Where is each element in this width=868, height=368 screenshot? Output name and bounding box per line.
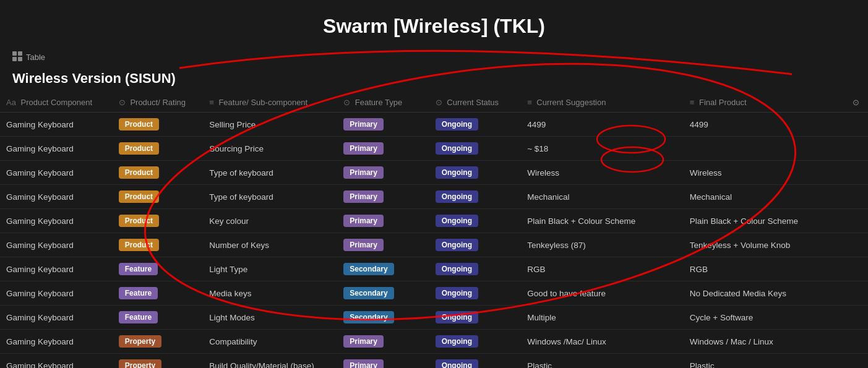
status-badge[interactable]: Ongoing — [436, 215, 478, 227]
cell-component: Gaming Keyboard — [0, 209, 113, 233]
cell-feature: Sourcing Price — [203, 137, 337, 161]
type-badge[interactable]: Primary — [343, 359, 384, 368]
table-row: Gaming Keyboard Feature Light Type Secon… — [0, 257, 868, 281]
cell-final: 4499 — [684, 113, 846, 137]
cell-type: Primary — [337, 113, 429, 137]
svg-rect-0 — [12, 51, 17, 56]
cell-suggestion: Mechanical — [521, 185, 684, 209]
cell-rating: Product — [113, 209, 203, 233]
col-header-extra: ⊙ — [846, 93, 868, 113]
cell-rating: Product — [113, 161, 203, 185]
cell-extra — [846, 233, 868, 257]
cell-final: Plain Black + Colour Scheme — [684, 209, 846, 233]
table-row: Gaming Keyboard Property Compatibility P… — [0, 330, 868, 354]
status-badge[interactable]: Ongoing — [436, 263, 478, 275]
cell-suggestion: Multiple — [521, 306, 684, 330]
cell-status: Ongoing — [429, 330, 521, 354]
cell-extra — [846, 257, 868, 281]
table-row: Gaming Keyboard Product Key colour Prima… — [0, 209, 868, 233]
aa-icon: Aa — [6, 98, 16, 107]
cell-final: Plastic — [684, 354, 846, 369]
cell-rating: Feature — [113, 306, 203, 330]
col-header-feature: ≡ Feature/ Sub-component — [203, 93, 337, 113]
cell-extra — [846, 281, 868, 306]
type-badge[interactable]: Primary — [343, 215, 384, 227]
cell-suggestion: RGB — [521, 257, 684, 281]
cell-component: Gaming Keyboard — [0, 161, 113, 185]
list-icon-3: ≡ — [690, 98, 695, 107]
table-row: Gaming Keyboard Property Build Quality/M… — [0, 354, 868, 369]
status-badge[interactable]: Ongoing — [436, 287, 478, 299]
status-badge[interactable]: Ongoing — [436, 142, 478, 155]
type-badge[interactable]: Primary — [343, 166, 384, 179]
cell-rating: Property — [113, 354, 203, 369]
cell-suggestion: Plain Black + Colour Scheme — [521, 209, 684, 233]
cell-component: Gaming Keyboard — [0, 330, 113, 354]
type-badge[interactable]: Primary — [343, 239, 384, 251]
rating-badge[interactable]: Feature — [119, 287, 158, 299]
status-badge[interactable]: Ongoing — [436, 190, 478, 203]
rating-badge[interactable]: Product — [119, 215, 159, 227]
cell-component: Gaming Keyboard — [0, 354, 113, 369]
list-icon-1: ≡ — [209, 98, 214, 107]
cell-rating: Feature — [113, 281, 203, 306]
table-row: Gaming Keyboard Product Type of keyboard… — [0, 161, 868, 185]
rating-badge[interactable]: Product — [119, 142, 159, 155]
col-header-component: Aa Product Component — [0, 93, 113, 113]
status-badge[interactable]: Ongoing — [436, 359, 478, 368]
rating-badge[interactable]: Property — [119, 359, 161, 368]
type-badge[interactable]: Primary — [343, 118, 384, 131]
cell-component: Gaming Keyboard — [0, 113, 113, 137]
type-badge[interactable]: Secondary — [343, 263, 393, 275]
cell-final: Tenkeyless + Volume Knob — [684, 233, 846, 257]
cell-final: Windows / Mac / Linux — [684, 330, 846, 354]
cell-status: Ongoing — [429, 306, 521, 330]
type-badge[interactable]: Primary — [343, 142, 384, 155]
circle-icon-1: ⊙ — [119, 98, 126, 107]
table-label-row: Table — [0, 48, 868, 66]
col-header-rating: ⊙ Product/ Rating — [113, 93, 203, 113]
rating-badge[interactable]: Feature — [119, 311, 158, 323]
rating-badge[interactable]: Property — [119, 335, 161, 348]
status-badge[interactable]: Ongoing — [436, 166, 478, 179]
type-badge[interactable]: Primary — [343, 335, 384, 348]
table-icon — [12, 51, 22, 63]
rating-badge[interactable]: Feature — [119, 263, 158, 275]
cell-extra — [846, 161, 868, 185]
cell-type: Secondary — [337, 306, 429, 330]
col-header-suggestion: ≡ Current Suggestion — [521, 93, 684, 113]
rating-badge[interactable]: Product — [119, 166, 159, 179]
table-row: Gaming Keyboard Product Selling Price Pr… — [0, 113, 868, 137]
cell-extra — [846, 137, 868, 161]
col-header-final: ≡ Final Product — [684, 93, 846, 113]
rating-badge[interactable]: Product — [119, 190, 159, 203]
cell-component: Gaming Keyboard — [0, 233, 113, 257]
status-badge[interactable]: Ongoing — [436, 311, 478, 323]
cell-feature: Build Quality/Material (base) — [203, 354, 337, 369]
cell-component: Gaming Keyboard — [0, 137, 113, 161]
cell-suggestion: Windows /Mac/ Linux — [521, 330, 684, 354]
cell-type: Primary — [337, 354, 429, 369]
rating-badge[interactable]: Product — [119, 118, 159, 131]
cell-status: Ongoing — [429, 113, 521, 137]
circle-icon-4: ⊙ — [853, 98, 859, 107]
cell-suggestion: Plastic — [521, 354, 684, 369]
status-badge[interactable]: Ongoing — [436, 239, 478, 251]
cell-final — [684, 137, 846, 161]
cell-status: Ongoing — [429, 161, 521, 185]
cell-component: Gaming Keyboard — [0, 306, 113, 330]
circle-icon-3: ⊙ — [436, 98, 442, 107]
type-badge[interactable]: Primary — [343, 190, 384, 203]
cell-feature: Selling Price — [203, 113, 337, 137]
type-badge[interactable]: Secondary — [343, 311, 393, 323]
cell-component: Gaming Keyboard — [0, 281, 113, 306]
cell-status: Ongoing — [429, 257, 521, 281]
rating-badge[interactable]: Product — [119, 239, 159, 251]
cell-feature: Compatibility — [203, 330, 337, 354]
status-badge[interactable]: Ongoing — [436, 118, 478, 131]
circle-icon-2: ⊙ — [343, 98, 350, 107]
cell-status: Ongoing — [429, 354, 521, 369]
type-badge[interactable]: Secondary — [343, 287, 393, 299]
status-badge[interactable]: Ongoing — [436, 335, 478, 348]
cell-suggestion: Wireless — [521, 161, 684, 185]
